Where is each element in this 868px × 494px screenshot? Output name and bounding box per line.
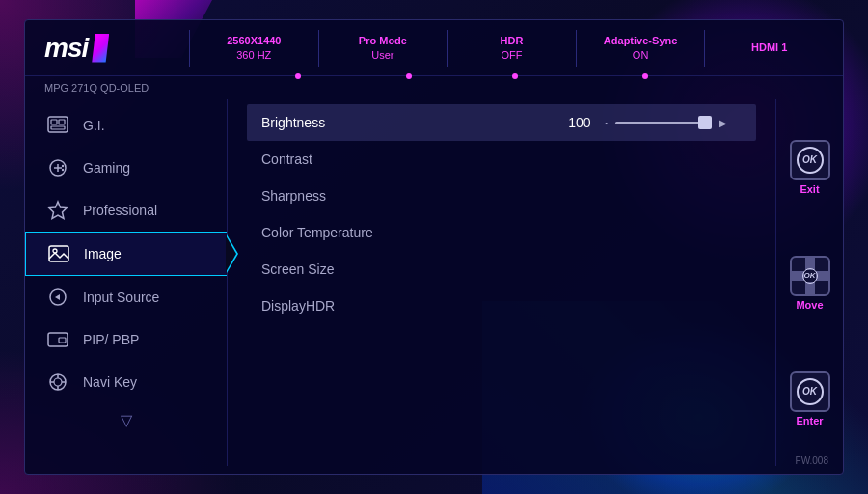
submenu-item-displayhdr[interactable]: DisplayHDR bbox=[247, 288, 756, 324]
exit-button-icon: OK bbox=[790, 140, 830, 180]
content-area: G.I. Gaming bbox=[25, 99, 843, 466]
slider-fill bbox=[615, 122, 702, 124]
sidebar-item-image-label: Image bbox=[84, 246, 122, 261]
svg-rect-13 bbox=[48, 333, 68, 346]
dpad-center: OK bbox=[802, 268, 818, 284]
header-hdmi: HDMI 1 bbox=[705, 41, 833, 54]
sidebar-item-gi-label: G.I. bbox=[83, 118, 105, 133]
sidebar-item-image[interactable]: Image bbox=[25, 232, 227, 276]
submenu-displayhdr-label: DisplayHDR bbox=[261, 298, 335, 314]
sidebar-item-pip-pbp[interactable]: PIP/ PBP bbox=[25, 318, 227, 361]
pip-pbp-icon bbox=[44, 328, 71, 351]
sidebar-item-input-source-label: Input Source bbox=[83, 289, 159, 305]
svg-rect-1 bbox=[51, 120, 57, 124]
submenu-sharpness-label: Sharpness bbox=[261, 188, 326, 204]
input-source-icon bbox=[44, 286, 71, 309]
svg-point-7 bbox=[62, 165, 64, 167]
header-dot-1 bbox=[295, 73, 301, 79]
header-pro-mode: Pro Mode User bbox=[319, 34, 448, 62]
submenu-screen-size-label: Screen Size bbox=[261, 261, 334, 277]
submenu-item-screen-size[interactable]: Screen Size bbox=[247, 251, 756, 288]
navi-key-icon bbox=[44, 370, 71, 394]
move-label: Move bbox=[796, 299, 823, 311]
enter-ok-circle: OK bbox=[797, 378, 824, 405]
sidebar-item-professional[interactable]: Professional bbox=[25, 189, 227, 232]
gaming-icon bbox=[44, 156, 71, 179]
image-icon bbox=[45, 242, 72, 265]
svg-rect-10 bbox=[49, 246, 68, 261]
svg-point-8 bbox=[62, 169, 64, 171]
enter-label: Enter bbox=[796, 415, 823, 426]
gi-icon bbox=[44, 114, 71, 137]
submenu-contrast-label: Contrast bbox=[261, 151, 312, 167]
submenu-brightness-label: Brightness bbox=[261, 115, 325, 130]
header-dot-3 bbox=[512, 73, 518, 79]
slider-arrow-right: ▶ bbox=[719, 118, 727, 128]
sidebar-item-gaming-label: Gaming bbox=[83, 160, 130, 176]
submenu-item-brightness[interactable]: Brightness 100 • ▶ bbox=[247, 104, 756, 141]
sidebar-item-professional-label: Professional bbox=[83, 203, 157, 218]
sidebar-item-navi-key[interactable]: Navi Key bbox=[25, 361, 227, 403]
slider-thumb[interactable] bbox=[698, 116, 712, 129]
header-dot-2 bbox=[406, 73, 412, 79]
svg-rect-14 bbox=[59, 338, 66, 343]
move-button[interactable]: OK Move bbox=[790, 256, 830, 311]
svg-rect-2 bbox=[59, 120, 65, 124]
header-dot-4 bbox=[642, 73, 648, 79]
sidebar-item-pip-pbp-label: PIP/ PBP bbox=[83, 332, 139, 347]
brightness-value: 100 bbox=[568, 115, 597, 130]
left-menu: G.I. Gaming bbox=[25, 99, 228, 466]
header-resolution: 2560X1440 360 HZ bbox=[190, 34, 318, 62]
menu-more-chevron[interactable]: ▽ bbox=[25, 403, 227, 437]
dpad-icon: OK bbox=[792, 258, 828, 294]
right-controls: OK Exit OK Move bbox=[775, 99, 843, 466]
osd-container: msi 2560X1440 360 HZ Pro Mode User HDR O… bbox=[24, 19, 844, 475]
enter-button-icon: OK bbox=[790, 371, 830, 412]
sidebar-item-gaming[interactable]: Gaming bbox=[25, 147, 227, 189]
slider-track[interactable] bbox=[615, 122, 712, 124]
enter-ok-text: OK bbox=[802, 386, 817, 397]
sidebar-item-input-source[interactable]: Input Source bbox=[25, 276, 227, 318]
submenu-color-temp-label: Color Temperature bbox=[261, 225, 373, 240]
sidebar-item-navi-key-label: Navi Key bbox=[83, 374, 137, 390]
svg-rect-3 bbox=[51, 126, 65, 129]
logo-area: msi bbox=[35, 33, 189, 64]
sub-menu-panel: Brightness 100 • ▶ Contrast Sharpness bbox=[228, 99, 775, 466]
exit-label: Exit bbox=[800, 183, 819, 195]
sidebar-item-gi[interactable]: G.I. bbox=[25, 104, 227, 147]
logo-stripe-icon bbox=[92, 34, 109, 63]
exit-button[interactable]: OK Exit bbox=[790, 140, 830, 195]
professional-icon bbox=[44, 199, 71, 222]
slider-dot-left: • bbox=[605, 119, 608, 127]
firmware-version: FW.008 bbox=[796, 455, 828, 466]
header-adaptive-sync: Adaptive-Sync ON bbox=[577, 34, 705, 62]
submenu-item-contrast[interactable]: Contrast bbox=[247, 141, 756, 178]
brightness-slider-area: 100 • ▶ bbox=[568, 115, 727, 130]
enter-button[interactable]: OK Enter bbox=[790, 371, 830, 426]
move-button-icon: OK bbox=[790, 256, 830, 296]
msi-logo: msi bbox=[44, 33, 88, 64]
svg-point-16 bbox=[54, 378, 62, 386]
exit-ok-text: OK bbox=[802, 154, 817, 165]
header-hdr: HDR OFF bbox=[448, 34, 576, 62]
header-bar: msi 2560X1440 360 HZ Pro Mode User HDR O… bbox=[25, 20, 843, 76]
svg-marker-9 bbox=[49, 202, 67, 219]
submenu-item-sharpness[interactable]: Sharpness bbox=[247, 178, 756, 214]
exit-ok-circle: OK bbox=[797, 147, 824, 174]
submenu-item-color-temperature[interactable]: Color Temperature bbox=[247, 214, 756, 251]
monitor-label: MPG 271Q QD-OLED bbox=[25, 76, 843, 99]
